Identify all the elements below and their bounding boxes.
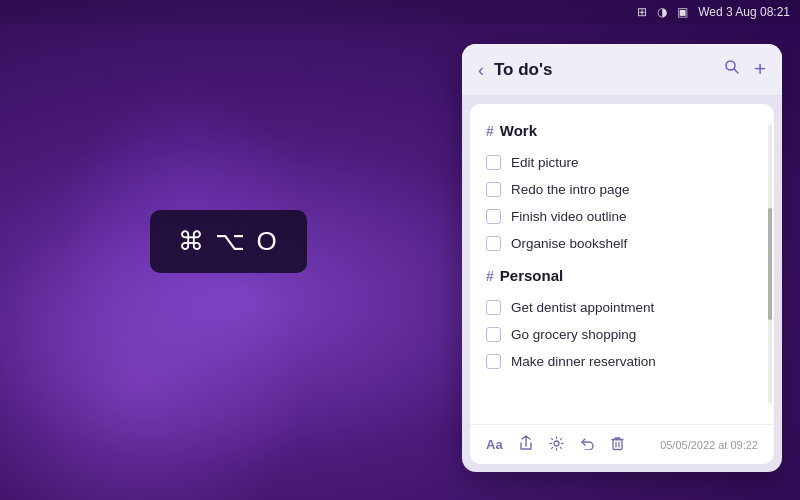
todo-content: # Work Edit picture Redo the intro page …	[470, 104, 774, 424]
todo-label-edit-picture: Edit picture	[511, 155, 579, 170]
menubar-datetime: Wed 3 Aug 08:21	[698, 5, 790, 19]
svg-line-1	[734, 69, 738, 73]
footer-timestamp: 05/05/2022 at 09:22	[660, 439, 758, 451]
undo-icon[interactable]	[580, 436, 595, 453]
checkbox-redo-intro[interactable]	[486, 182, 501, 197]
todo-label-grocery: Go grocery shopping	[511, 327, 636, 342]
todo-item-dentist: Get dentist appointment	[486, 294, 758, 321]
todo-panel-title: To do's	[494, 60, 714, 80]
work-hash: #	[486, 123, 494, 139]
add-icon[interactable]: +	[754, 58, 766, 81]
work-section-title: Work	[500, 122, 537, 139]
svg-point-2	[554, 441, 559, 446]
todo-label-redo-intro: Redo the intro page	[511, 182, 630, 197]
shortcut-badge: ⌘ ⌥ O	[150, 210, 307, 273]
todo-label-dentist: Get dentist appointment	[511, 300, 654, 315]
scroll-track	[768, 124, 772, 404]
todo-item-dinner: Make dinner reservation	[486, 348, 758, 375]
checkbox-grocery[interactable]	[486, 327, 501, 342]
todo-item-edit-picture: Edit picture	[486, 149, 758, 176]
back-button[interactable]: ‹	[478, 61, 484, 79]
todo-item-finish-video: Finish video outline	[486, 203, 758, 230]
scroll-thumb[interactable]	[768, 208, 772, 320]
checkbox-edit-picture[interactable]	[486, 155, 501, 170]
work-section-header: # Work	[486, 122, 758, 139]
checkbox-finish-video[interactable]	[486, 209, 501, 224]
todo-footer: Aa	[470, 424, 774, 464]
shortcut-text: ⌘ ⌥ O	[178, 226, 279, 257]
todo-header-icons: +	[724, 58, 766, 81]
menubar-icon-3: ▣	[677, 5, 688, 19]
font-icon[interactable]: Aa	[486, 437, 503, 452]
todo-label-finish-video: Finish video outline	[511, 209, 627, 224]
todo-label-organise-bookshelf: Organise bookshelf	[511, 236, 627, 251]
todo-item-redo-intro: Redo the intro page	[486, 176, 758, 203]
personal-section-header: # Personal	[486, 267, 758, 284]
menubar: ⊞ ◑ ▣ Wed 3 Aug 08:21	[0, 0, 800, 24]
todo-label-dinner: Make dinner reservation	[511, 354, 656, 369]
personal-section-title: Personal	[500, 267, 563, 284]
todo-item-grocery: Go grocery shopping	[486, 321, 758, 348]
todo-panel: ‹ To do's + # Work Edit picture	[462, 44, 782, 472]
checkbox-organise-bookshelf[interactable]	[486, 236, 501, 251]
checkbox-dentist[interactable]	[486, 300, 501, 315]
svg-rect-3	[613, 439, 622, 449]
personal-hash: #	[486, 268, 494, 284]
menubar-right: ⊞ ◑ ▣ Wed 3 Aug 08:21	[637, 5, 790, 19]
footer-icons: Aa	[486, 435, 624, 454]
menubar-icon-2: ◑	[657, 5, 667, 19]
todo-header: ‹ To do's +	[462, 44, 782, 96]
todo-scroll-area: # Work Edit picture Redo the intro page …	[462, 104, 782, 424]
share-icon[interactable]	[519, 435, 533, 454]
search-icon[interactable]	[724, 59, 740, 80]
settings-icon[interactable]	[549, 436, 564, 454]
menubar-icon-1: ⊞	[637, 5, 647, 19]
trash-icon[interactable]	[611, 436, 624, 454]
todo-item-organise-bookshelf: Organise bookshelf	[486, 230, 758, 257]
checkbox-dinner[interactable]	[486, 354, 501, 369]
